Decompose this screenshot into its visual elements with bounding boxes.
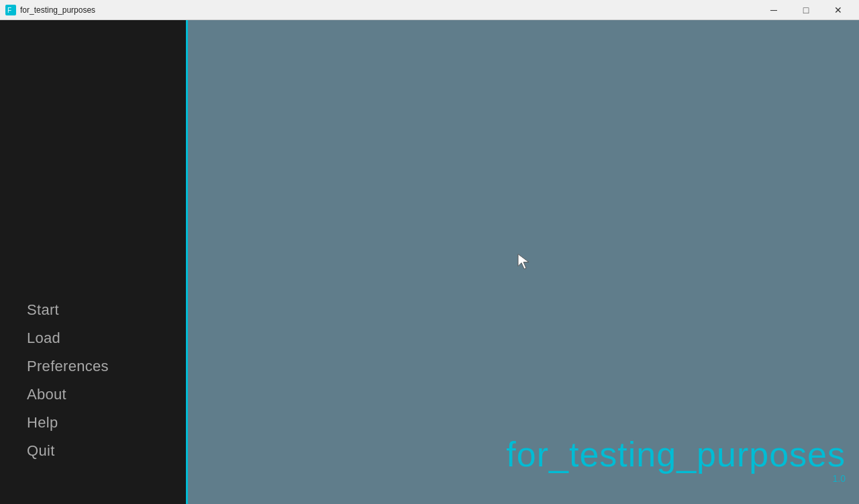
maximize-button[interactable]: □ (791, 0, 821, 20)
cursor-icon (517, 252, 532, 270)
close-button[interactable]: ✕ (823, 0, 854, 20)
title-bar-left: F for_testing_purposes (5, 5, 95, 15)
sidebar-item-about[interactable]: About (27, 382, 159, 407)
game-title-text: for_testing_purposes (506, 437, 846, 472)
sidebar-item-quit[interactable]: Quit (27, 438, 159, 464)
sidebar-item-load[interactable]: Load (27, 325, 159, 351)
svg-text:F: F (7, 7, 11, 14)
minimize-button[interactable]: ─ (758, 0, 789, 20)
sidebar-item-preferences[interactable]: Preferences (27, 354, 159, 379)
sidebar-menu: Start Load Preferences About Help Quit (0, 297, 186, 464)
cursor-indicator (517, 252, 530, 268)
app-icon: F (5, 5, 16, 15)
title-bar-title: for_testing_purposes (20, 5, 95, 15)
sidebar: Start Load Preferences About Help Quit (0, 20, 188, 504)
sidebar-item-start[interactable]: Start (27, 297, 159, 323)
sidebar-item-help[interactable]: Help (27, 410, 159, 436)
title-bar-controls: ─ □ ✕ (758, 0, 854, 20)
game-version-text: 1.0 (506, 473, 846, 484)
game-title-watermark: for_testing_purposes 1.0 (506, 437, 846, 484)
main-content: for_testing_purposes 1.0 (188, 20, 859, 504)
app-container: Start Load Preferences About Help Quit f… (0, 20, 859, 504)
title-bar: F for_testing_purposes ─ □ ✕ (0, 0, 859, 20)
